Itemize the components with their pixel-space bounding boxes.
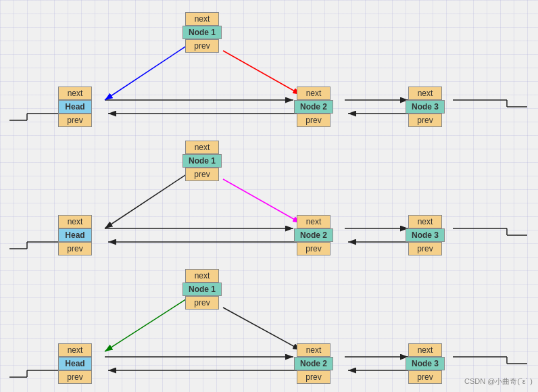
d2-node3-prev: prev [408,242,442,255]
d2-node3-label: Node 3 [406,228,445,242]
d1-node2: next Node 2 prev [294,87,333,127]
d3-node2-next: next [297,343,331,357]
svg-line-40 [223,308,301,350]
d2-node2-prev: prev [297,242,331,255]
d3-node3-prev: prev [408,370,442,384]
d1-head-prev: prev [58,114,92,127]
d1-node3-next: next [408,87,442,100]
d2-head-prev: prev [58,242,92,255]
d1-node2-prev: prev [297,114,331,127]
d3-node1: next Node 1 prev [182,269,222,310]
d3-node1-next: next [185,269,219,283]
d2-node1-next: next [185,141,219,154]
d3-node1-label: Node 1 [182,283,222,296]
d2-node2-next: next [297,215,331,228]
d3-node2-label: Node 2 [294,357,333,370]
d1-node3-label: Node 3 [406,100,445,114]
d1-node3: next Node 3 prev [406,87,445,127]
d3-head: next Head prev [58,343,92,384]
svg-line-16 [223,51,301,95]
d3-node3-next: next [408,343,442,357]
svg-line-28 [223,179,301,223]
d1-node1-next: next [185,12,219,26]
d2-head-next: next [58,215,92,228]
d3-node2: next Node 2 prev [294,343,333,384]
d1-node1-label: Node 1 [182,26,222,39]
d1-node1: next Node 1 prev [182,12,222,53]
d3-head-label: Head [58,357,92,370]
watermark: CSDN @小曲奇(ˇε` ) [464,376,533,387]
d2-node2: next Node 2 prev [294,215,333,255]
d1-node3-prev: prev [408,114,442,127]
d2-node1: next Node 1 prev [182,141,222,181]
d1-head-label: Head [58,100,92,114]
d1-head: next Head prev [58,87,92,127]
d1-head-next: next [58,87,92,100]
d3-node3-label: Node 3 [406,357,445,370]
d2-node1-prev: prev [185,168,219,181]
d2-node1-label: Node 1 [182,154,222,168]
d2-head: next Head prev [58,215,92,255]
d3-head-next: next [58,343,92,357]
d2-node3-next: next [408,215,442,228]
d3-node1-prev: prev [185,296,219,310]
d2-node2-label: Node 2 [294,228,333,242]
d2-head-label: Head [58,228,92,242]
d1-node2-next: next [297,87,331,100]
d3-node3: next Node 3 prev [406,343,445,384]
d3-node2-prev: prev [297,370,331,384]
d1-node1-prev: prev [185,39,219,53]
d3-head-prev: prev [58,370,92,384]
d1-node2-label: Node 2 [294,100,333,114]
d2-node3: next Node 3 prev [406,215,445,255]
